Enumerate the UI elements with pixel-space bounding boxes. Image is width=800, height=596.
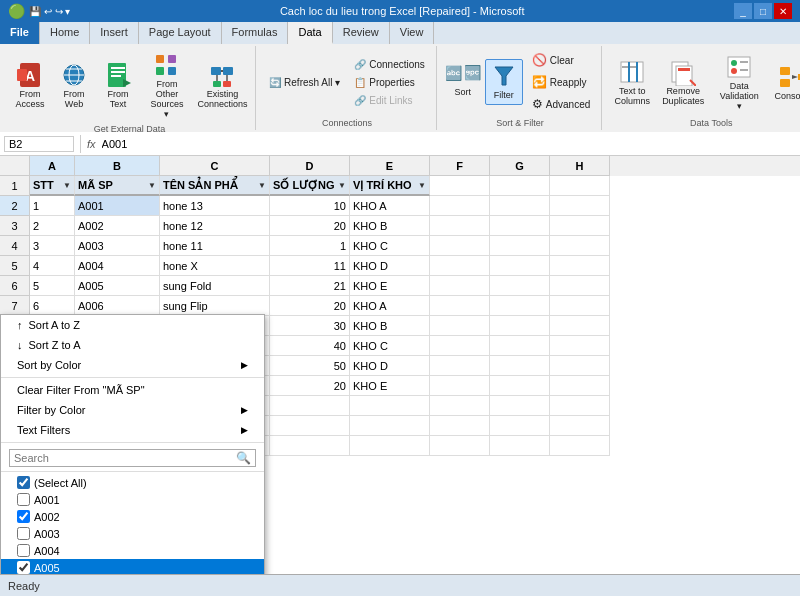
cell-e11[interactable]: KHO E [350, 376, 430, 396]
row-header-5[interactable]: 5 [0, 256, 30, 276]
cell-c7[interactable]: sung Flip [160, 296, 270, 316]
cell-b1[interactable]: MÃ SP▼ [75, 176, 160, 196]
tab-page-layout[interactable]: Page Layout [139, 22, 222, 44]
existing-connections-button[interactable]: ExistingConnections [196, 58, 249, 112]
tab-insert[interactable]: Insert [90, 22, 139, 44]
connections-button[interactable]: 🔗 Connections [349, 56, 430, 73]
from-web-button[interactable]: FromWeb [54, 58, 94, 112]
col-header-g[interactable]: G [490, 156, 550, 176]
tab-data[interactable]: Data [288, 22, 332, 44]
cell-d8[interactable]: 30 [270, 316, 350, 336]
checkbox-a004[interactable] [17, 544, 30, 557]
tab-review[interactable]: Review [333, 22, 390, 44]
cell-d2[interactable]: 10 [270, 196, 350, 216]
from-text-button[interactable]: FromText [98, 58, 138, 112]
cell-e5[interactable]: KHO D [350, 256, 430, 276]
col-header-d[interactable]: D [270, 156, 350, 176]
filter-by-color-menu-item[interactable]: Filter by Color ▶ [1, 400, 264, 420]
row-header-6[interactable]: 6 [0, 276, 30, 296]
filter-arrow-c[interactable]: ▼ [258, 181, 266, 190]
checkbox-a002[interactable] [17, 510, 30, 523]
filter-list[interactable]: (Select All) A001 A002 A003 A004 [1, 472, 264, 574]
search-input[interactable] [14, 452, 236, 464]
tab-formulas[interactable]: Formulas [222, 22, 289, 44]
list-item-a004[interactable]: A004 [1, 542, 264, 559]
filter-arrow-e[interactable]: ▼ [418, 181, 426, 190]
maximize-button[interactable]: □ [754, 3, 772, 19]
cell-a1[interactable]: STT▼ [30, 176, 75, 196]
cell-d5[interactable]: 11 [270, 256, 350, 276]
cell-d11[interactable]: 20 [270, 376, 350, 396]
tab-file[interactable]: File [0, 22, 40, 44]
list-item-a005[interactable]: ➡ A005 [1, 559, 264, 574]
reapply-button[interactable]: 🔁 Reapply [527, 72, 595, 92]
checkbox-a005[interactable] [17, 561, 30, 574]
clear-filter-menu-item[interactable]: Clear Filter From "MÃ SP" [1, 380, 264, 400]
cell-d4[interactable]: 1 [270, 236, 350, 256]
cell-b5[interactable]: A004 [75, 256, 160, 276]
col-header-a[interactable]: A [30, 156, 75, 176]
cell-a4[interactable]: 3 [30, 236, 75, 256]
list-item-a002[interactable]: A002 [1, 508, 264, 525]
cell-c4[interactable]: hone 11 [160, 236, 270, 256]
from-other-sources-button[interactable]: From OtherSources ▾ [142, 48, 192, 122]
checkbox-select-all[interactable] [17, 476, 30, 489]
tab-home[interactable]: Home [40, 22, 90, 44]
filter-arrow-b[interactable]: ▼ [148, 181, 156, 190]
col-header-e[interactable]: E [350, 156, 430, 176]
col-header-c[interactable]: C [160, 156, 270, 176]
cell-a2[interactable]: 1 [30, 196, 75, 216]
cell-b4[interactable]: A003 [75, 236, 160, 256]
list-item-select-all[interactable]: (Select All) [1, 474, 264, 491]
data-validation-button[interactable]: DataValidation ▾ [712, 50, 766, 114]
list-item-a003[interactable]: A003 [1, 525, 264, 542]
cell-e1[interactable]: VỊ TRÍ KHO▼ [350, 176, 430, 196]
sort-by-color-menu-item[interactable]: Sort by Color ▶ [1, 355, 264, 375]
formula-input[interactable] [102, 138, 796, 150]
cell-c1[interactable]: TÊN SẢN PHẨ▼ [160, 176, 270, 196]
row-header-7[interactable]: 7 [0, 296, 30, 316]
col-header-h[interactable]: H [550, 156, 610, 176]
cell-d6[interactable]: 21 [270, 276, 350, 296]
text-to-columns-button[interactable]: Text toColumns [610, 55, 654, 109]
cell-c2[interactable]: hone 13 [160, 196, 270, 216]
col-header-f[interactable]: F [430, 156, 490, 176]
row-header-2[interactable]: 2 [0, 196, 30, 216]
cell-b6[interactable]: A005 [75, 276, 160, 296]
cell-e6[interactable]: KHO E [350, 276, 430, 296]
cell-e3[interactable]: KHO B [350, 216, 430, 236]
cell-b3[interactable]: A002 [75, 216, 160, 236]
tab-view[interactable]: View [390, 22, 435, 44]
cell-b7[interactable]: A006 [75, 296, 160, 316]
cell-a5[interactable]: 4 [30, 256, 75, 276]
cell-e10[interactable]: KHO D [350, 356, 430, 376]
refresh-all-button[interactable]: 🔄 Refresh All ▾ [264, 74, 345, 91]
cell-b2[interactable]: A001 [75, 196, 160, 216]
edit-links-button[interactable]: 🔗 Edit Links [349, 92, 430, 109]
cell-d3[interactable]: 20 [270, 216, 350, 236]
clear-button[interactable]: 🚫 Clear [527, 50, 595, 70]
filter-button[interactable]: Filter [485, 59, 523, 105]
consolidate-button[interactable]: Conso... [770, 60, 800, 104]
cell-c3[interactable]: hone 12 [160, 216, 270, 236]
cell-c5[interactable]: hone X [160, 256, 270, 276]
filter-arrow-d[interactable]: ▼ [338, 181, 346, 190]
checkbox-a003[interactable] [17, 527, 30, 540]
window-controls[interactable]: _ □ ✕ [734, 3, 792, 19]
filter-arrow-a[interactable]: ▼ [63, 181, 71, 190]
cell-e2[interactable]: KHO A [350, 196, 430, 216]
cell-e7[interactable]: KHO A [350, 296, 430, 316]
properties-button[interactable]: 📋 Properties [349, 74, 430, 91]
cell-d7[interactable]: 20 [270, 296, 350, 316]
checkbox-a001[interactable] [17, 493, 30, 506]
close-button[interactable]: ✕ [774, 3, 792, 19]
cell-e9[interactable]: KHO C [350, 336, 430, 356]
list-item-a001[interactable]: A001 [1, 491, 264, 508]
cell-d9[interactable]: 40 [270, 336, 350, 356]
cell-a6[interactable]: 5 [30, 276, 75, 296]
cell-a3[interactable]: 2 [30, 216, 75, 236]
remove-duplicates-button[interactable]: RemoveDuplicates [658, 55, 708, 109]
sort-button[interactable]: Sort [445, 84, 480, 100]
cell-e4[interactable]: KHO C [350, 236, 430, 256]
row-header-4[interactable]: 4 [0, 236, 30, 256]
